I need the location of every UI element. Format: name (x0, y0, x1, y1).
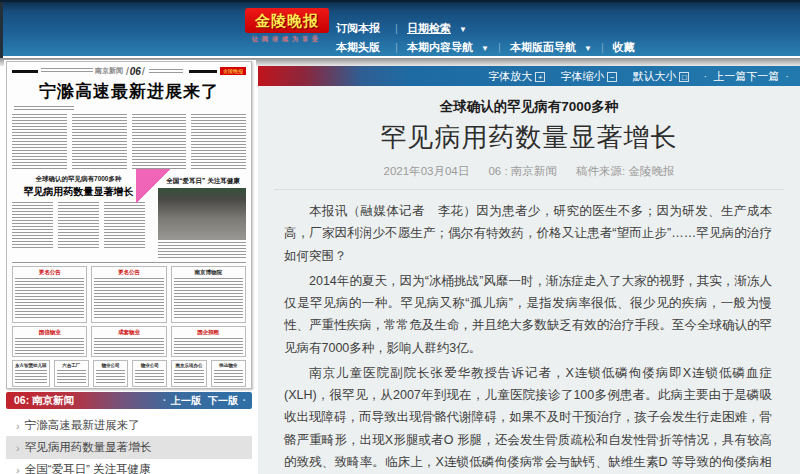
thumb-ad-text (57, 370, 86, 384)
thumb-text-column (12, 202, 53, 248)
thumb-ad-box: 国信物业 (12, 326, 87, 357)
font-decrease-button[interactable]: 字体缩小 (560, 70, 604, 82)
thumb-ad-box: 六合工厂 (54, 360, 89, 387)
chevron-down-icon: ▼ (584, 44, 592, 53)
prev-article-link[interactable]: 上一篇 (713, 70, 746, 82)
article-list-item-active[interactable]: › 罕见病用药数量显著增长 (6, 437, 252, 459)
thumb-ad-title: 东方智慧幼儿园 (15, 363, 47, 368)
thumb-ad-title: 南京乐清办公 (174, 363, 203, 368)
newspaper-slogan: 让阅读成为享受 (245, 35, 329, 44)
article-list-item-label: 全国“爱耳日” 关注耳健康 (25, 462, 151, 474)
nav-divider: | (601, 41, 604, 53)
thumb-divider (12, 262, 246, 263)
newspaper-logo[interactable]: 金陵晚报 让阅读成为享受 (245, 8, 329, 44)
thumb-ad-text (135, 370, 164, 384)
thumb-ad-title: 国信物业 (15, 329, 84, 336)
thumb-ad-title: 悦达物业 (214, 363, 243, 368)
next-article-link[interactable]: 下一篇 (746, 70, 779, 82)
thumb-headline-main[interactable]: 宁滁高速最新进展来了 (12, 80, 246, 103)
thumb-story2-headline[interactable]: 罕见病用药数量显著增长 (12, 185, 145, 199)
article-kicker: 全球确认的罕见病有7000多种 (258, 98, 800, 116)
thumb-ad-text (15, 370, 47, 384)
nav-divider: | (498, 41, 501, 53)
font-decrease-icon[interactable]: − (607, 72, 617, 82)
article-source: 稿件来源: 金陵晚报 (576, 165, 674, 177)
thumb-text-column (104, 202, 145, 248)
thumb-story2-kicker: 全球确认的罕见病有7000多种 (12, 175, 145, 184)
thumb-slash: / (126, 66, 129, 77)
nav-favorite[interactable]: 收藏 (613, 41, 635, 53)
nav-front-page[interactable]: 本期头版 (336, 41, 380, 53)
thumb-story2-columns (12, 202, 145, 248)
thumb-rule (12, 70, 38, 73)
article-list-item-label: 宁滁高速最新进展来了 (25, 418, 140, 433)
thumb-ad-title: 六合工厂 (57, 363, 86, 368)
thumb-ad-box: 悦达物业 (211, 360, 246, 387)
thumb-ad-title: 物业公司 (96, 363, 125, 368)
site-header: 金陵晚报 让阅读成为享受 订阅本报 | 日期检索▼ 本期头版 | 本期内容导航▼… (0, 0, 800, 56)
nav-divider: | (395, 22, 398, 34)
article-list-item[interactable]: › 全国“爱耳日” 关注耳健康 (6, 459, 252, 474)
font-default-icon[interactable]: □ (679, 72, 689, 82)
thumb-ad-text (15, 338, 84, 354)
thumb-ad-box: 物业公司 (93, 360, 128, 387)
article-paragraph: 2014年的夏天，因为“冰桶挑战”风靡一时，渐冻症走入了大家的视野，其实，渐冻人… (284, 270, 772, 359)
thumb-ad-box: 更名公告 (91, 266, 166, 323)
thumb-ad-box: 国企招租 (171, 326, 246, 357)
header-nav-row1: 订阅本报 | 日期检索▼ (336, 21, 467, 36)
header-left-edge (0, 2, 3, 58)
thumb-page-number: 06 (130, 66, 141, 77)
header-nav-row2: 本期头版 | 本期内容导航▼ | 本期版面导航▼ | 收藏 (336, 40, 641, 55)
nav-layout-nav[interactable]: 本期版面导航 (510, 41, 576, 53)
font-default-button[interactable]: 默认大小 (632, 70, 676, 82)
thumb-ad-box: 东方智慧幼儿园 (12, 360, 50, 387)
article-title: 罕见病用药数量显著增长 (258, 120, 800, 155)
article-content-panel: 全球确认的罕见病有7000多种 罕见病用药数量显著增长 2021年03月04日 … (258, 86, 800, 474)
thumb-contact-text (41, 68, 93, 74)
page-bar-nav: · 上一版 下一版 · (163, 392, 246, 409)
article-meta: 2021年03月04日 06 : 南京新闻 稿件来源: 金陵晚报 (258, 164, 800, 179)
thumb-ad-text (94, 338, 163, 354)
nav-date-search[interactable]: 日期检索 (407, 22, 451, 34)
arrow-right-icon: › (16, 464, 20, 474)
dot-separator: · (704, 70, 708, 82)
nav-subscribe[interactable]: 订阅本报 (336, 22, 380, 34)
article-divider (274, 189, 784, 190)
page-bar-label: 06: 南京新闻 (14, 394, 74, 406)
thumb-ad-box: 物业公司 (132, 360, 167, 387)
next-page-link[interactable]: 下一版 (208, 395, 238, 406)
prev-page-link[interactable]: 上一版 (171, 395, 201, 406)
chevron-down-icon: ▼ (459, 25, 467, 34)
thumb-ad-text (94, 278, 163, 320)
thumb-page-header: 南京新闻 / 06 / 金陵晚报 (12, 65, 246, 77)
thumb-date-text (149, 69, 183, 74)
thumb-ad-text (174, 338, 243, 354)
dot-separator: · (243, 395, 246, 406)
thumb-text-column (58, 202, 99, 248)
article-body: 本报讯（融媒体记者 李花）因为患者少，研究的医生不多；因为研发、生产成本高，厂家… (258, 200, 800, 474)
article-date: 2021年03月04日 (384, 165, 470, 177)
thumb-ad-box: 成套物业 (91, 326, 166, 357)
font-increase-button[interactable]: 字体放大 (488, 70, 532, 82)
nav-content-nav[interactable]: 本期内容导航 (407, 41, 473, 53)
thumb-ad-title: 南京博物院 (174, 269, 243, 276)
chevron-down-icon: ▼ (481, 44, 489, 53)
thumb-byline (14, 106, 74, 110)
article-paragraph: 南京儿童医院副院长张爱华教授告诉记者，X连锁低磷佝偻病即X连锁低磷血症(XLH)… (284, 362, 772, 474)
ribbon-badge (136, 169, 170, 203)
thumb-ad-title: 成套物业 (94, 329, 163, 336)
thumb-ad-text (96, 370, 125, 384)
thumb-ad-title: 物业公司 (135, 363, 164, 368)
thumb-story3-headline[interactable]: 全国“爱耳日” 关注耳健康 (160, 177, 246, 186)
font-increase-icon[interactable]: + (535, 72, 545, 82)
thumb-text-column (191, 114, 246, 170)
newspaper-page-thumbnail[interactable]: 南京新闻 / 06 / 金陵晚报 宁滁高速最新进展来了 全球确认的罕见病有700… (6, 61, 252, 389)
article-paragraph: 本报讯（融媒体记者 李花）因为患者少，研究的医生不多；因为研发、生产成本高，厂家… (284, 200, 772, 267)
thumb-section-name: 南京新闻 (95, 66, 123, 76)
article-list-item[interactable]: › 宁滁高速最新进展来了 (6, 415, 252, 437)
article-list-item-label: 罕见病用药数量显著增长 (25, 440, 152, 455)
thumb-story3: 全国“爱耳日” 关注耳健康 (150, 175, 246, 258)
thumb-ad-box: 南京博物院 (171, 266, 246, 323)
thumb-story1-columns (12, 114, 246, 170)
thumb-ad-title: 国企招租 (174, 329, 243, 336)
